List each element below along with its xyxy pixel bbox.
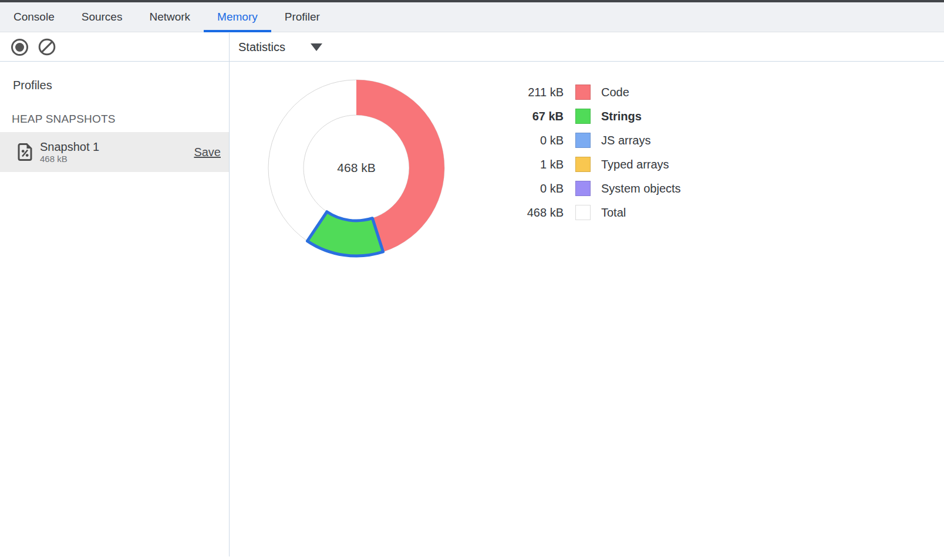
chart-legend: 211 kB Code 67 kB Strings 0 kB JS arrays… bbox=[505, 84, 681, 228]
legend-swatch bbox=[575, 109, 591, 124]
legend-row-strings: 67 kB Strings bbox=[505, 108, 681, 124]
legend-value: 468 kB bbox=[505, 206, 564, 220]
statistics-toolbar: Statistics bbox=[230, 33, 944, 62]
profiles-sidebar: Profiles HEAP SNAPSHOTS Snapshot 1 468 k… bbox=[0, 62, 229, 560]
profiles-title: Profiles bbox=[13, 79, 52, 92]
legend-label: Code bbox=[601, 86, 629, 99]
legend-label: Total bbox=[601, 206, 626, 220]
tab-profiler[interactable]: Profiler bbox=[271, 2, 333, 32]
tab-memory[interactable]: Memory bbox=[204, 2, 271, 32]
heap-snapshots-section-title: HEAP SNAPSHOTS bbox=[12, 113, 116, 126]
legend-row-typed-arrays: 1 kB Typed arrays bbox=[505, 156, 681, 173]
snapshot-save-link[interactable]: Save bbox=[194, 146, 221, 159]
view-mode-value: Statistics bbox=[238, 41, 285, 54]
view-mode-select[interactable]: Statistics bbox=[238, 41, 322, 54]
pie-slice-strings[interactable] bbox=[307, 212, 383, 256]
tab-sources[interactable]: Sources bbox=[68, 2, 136, 32]
tab-network[interactable]: Network bbox=[136, 2, 204, 32]
chevron-down-icon bbox=[311, 43, 322, 51]
snapshot-title: Snapshot 1 bbox=[40, 140, 99, 154]
legend-value: 0 kB bbox=[505, 134, 564, 147]
legend-label: System objects bbox=[601, 182, 681, 195]
legend-swatch bbox=[575, 205, 591, 220]
legend-value: 211 kB bbox=[505, 86, 564, 99]
legend-label: Strings bbox=[601, 110, 642, 123]
legend-value: 0 kB bbox=[505, 182, 564, 195]
profiles-toolbar bbox=[0, 33, 229, 62]
clear-profiles-button[interactable] bbox=[38, 38, 56, 56]
pie-chart[interactable] bbox=[265, 77, 447, 259]
legend-value: 1 kB bbox=[505, 158, 564, 171]
legend-row-system-objects: 0 kB System objects bbox=[505, 180, 681, 197]
heap-snapshot-item[interactable]: Snapshot 1 468 kB Save bbox=[0, 132, 229, 172]
devtools-tabbar: Console Sources Network Memory Profiler bbox=[0, 2, 944, 32]
record-heap-snapshot-button[interactable] bbox=[11, 38, 28, 56]
legend-swatch bbox=[575, 157, 591, 172]
legend-label: JS arrays bbox=[601, 134, 650, 147]
legend-row-total: 468 kB Total bbox=[505, 204, 681, 221]
legend-swatch bbox=[575, 133, 591, 148]
legend-label: Typed arrays bbox=[601, 158, 669, 171]
record-icon bbox=[11, 39, 28, 56]
pie-inner-ring bbox=[304, 115, 409, 221]
legend-value: 67 kB bbox=[505, 110, 564, 123]
tab-console[interactable]: Console bbox=[0, 2, 68, 32]
legend-row-js-arrays: 0 kB JS arrays bbox=[505, 132, 681, 149]
legend-swatch bbox=[575, 85, 591, 100]
clear-icon bbox=[38, 38, 56, 56]
statistics-panel: 468 kB 211 kB Code 67 kB Strings 0 kB JS… bbox=[230, 62, 944, 560]
snapshot-size: 468 kB bbox=[40, 154, 99, 164]
legend-row-code: 211 kB Code bbox=[505, 84, 681, 100]
legend-swatch bbox=[575, 181, 591, 196]
heap-snapshot-file-icon bbox=[18, 143, 33, 161]
